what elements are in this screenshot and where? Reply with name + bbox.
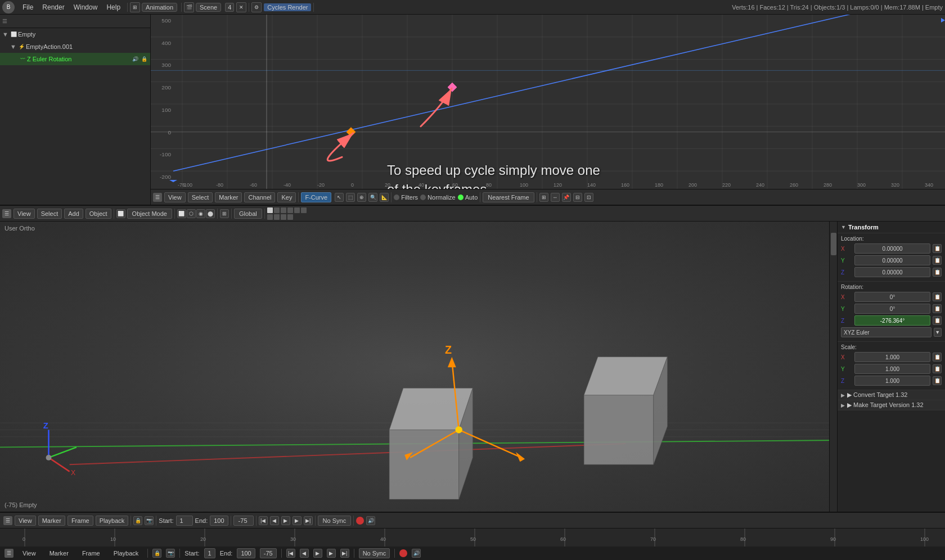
- status-prev-btn[interactable]: |◀: [286, 549, 295, 558]
- tl-play-btn[interactable]: ▶: [281, 516, 290, 525]
- fcurve-view-btn[interactable]: View: [164, 192, 186, 202]
- fcurve-move-icon[interactable]: ⊕: [357, 193, 366, 202]
- tl-start-field[interactable]: 1: [176, 516, 193, 526]
- vp-layer-5[interactable]: [294, 207, 300, 213]
- vp-layer-8[interactable]: [274, 214, 280, 220]
- vp-material-icon[interactable]: ⬤: [206, 209, 215, 218]
- menu-help[interactable]: Help: [102, 2, 125, 12]
- render-engine-dropdown[interactable]: Cycles Render: [264, 3, 311, 11]
- vp-layer-7[interactable]: [267, 214, 273, 220]
- vp-solid-icon[interactable]: ⬜: [177, 209, 186, 218]
- menu-window[interactable]: Window: [69, 2, 102, 12]
- status-lock-icon[interactable]: 🔒: [152, 549, 161, 558]
- channel-row-action[interactable]: ▼ ⚡ EmptyAction.001: [0, 40, 150, 53]
- rot-z-field[interactable]: -276.364°: [854, 315, 930, 326]
- fcurve-mode-dropdown[interactable]: F-Curve: [301, 192, 331, 202]
- status-fwd-btn[interactable]: ▶: [327, 549, 336, 558]
- tl-playback-btn[interactable]: Playback: [96, 516, 129, 526]
- fcurve-auto-label[interactable]: Auto: [465, 194, 478, 201]
- tl-prev-frame-btn[interactable]: ◀: [270, 516, 279, 525]
- fcurve-canvas-area[interactable]: 500 400 300 200 100 0 -100 -200 -75 -100…: [151, 15, 945, 189]
- rot-mode-expand[interactable]: ▼: [934, 328, 942, 337]
- vp-layer-6[interactable]: [301, 207, 307, 213]
- viewport-scrollbar-v[interactable]: [829, 222, 837, 512]
- scrollbar-thumb-v[interactable]: [831, 233, 836, 255]
- status-camera-icon[interactable]: 📷: [166, 549, 175, 558]
- loc-x-field[interactable]: 0.00000: [854, 243, 930, 254]
- tl-view-btn[interactable]: View: [15, 516, 36, 526]
- scale-z-field[interactable]: 1.000: [854, 376, 930, 386]
- fcurve-snap-dropdown[interactable]: Nearest Frame: [483, 192, 534, 202]
- vp-global-dropdown[interactable]: Global: [234, 209, 262, 219]
- vp-select-btn[interactable]: Select: [37, 209, 62, 219]
- tl-jump-start-btn[interactable]: |◀: [259, 516, 268, 525]
- loc-y-copy[interactable]: 📋: [933, 256, 942, 265]
- fcurve-sync-icon[interactable]: ↔: [551, 193, 560, 202]
- tl-next-frame-btn[interactable]: ▶: [292, 516, 302, 525]
- tl-jump-end-btn[interactable]: ▶|: [304, 516, 313, 525]
- tl-current-frame[interactable]: -75: [233, 516, 254, 526]
- tl-record-btn[interactable]: [356, 517, 364, 525]
- status-end-field[interactable]: 100: [237, 548, 255, 558]
- vp-context-icon[interactable]: ☰: [2, 209, 11, 218]
- fcurve-extra1-icon[interactable]: ⊟: [573, 193, 582, 202]
- channel-row-empty[interactable]: ▼ ⬜ Empty: [0, 28, 150, 40]
- status-marker-btn[interactable]: Marker: [45, 549, 73, 558]
- vp-view-btn[interactable]: View: [14, 209, 35, 219]
- vp-layer-icon[interactable]: ⊞: [220, 209, 229, 218]
- vp-add-btn[interactable]: Add: [64, 209, 83, 219]
- vp-mode-icon[interactable]: ⬜: [116, 209, 125, 218]
- scene-icon[interactable]: 🎬: [184, 2, 194, 12]
- scale-y-field[interactable]: 1.000: [854, 364, 930, 374]
- loc-z-field[interactable]: 0.00000: [854, 267, 930, 277]
- status-back-btn[interactable]: ◀: [300, 549, 309, 558]
- rot-y-field[interactable]: 0°: [854, 304, 930, 314]
- status-playback-btn[interactable]: Playback: [109, 549, 143, 558]
- status-play-btn[interactable]: ▶: [313, 549, 322, 558]
- status-frame-btn[interactable]: Frame: [78, 549, 105, 558]
- tl-audio-icon[interactable]: 🔊: [366, 516, 375, 525]
- scale-z-copy[interactable]: 📋: [933, 376, 942, 385]
- status-view-btn[interactable]: View: [18, 549, 40, 558]
- vp-layer-4[interactable]: [287, 207, 293, 213]
- fcurve-marker-btn[interactable]: Marker: [215, 192, 242, 202]
- fcurve-cursor-icon[interactable]: ↖: [335, 193, 344, 202]
- convert-target-btn[interactable]: ▶ Convert Target 1.32: [838, 390, 945, 400]
- scale-y-copy[interactable]: 📋: [933, 364, 942, 373]
- fcurve-normalize-dot[interactable]: [420, 195, 426, 200]
- status-current-frame[interactable]: -75: [260, 548, 277, 558]
- make-target-btn[interactable]: ▶ Make Target Version 1.32: [838, 400, 945, 410]
- loc-x-copy[interactable]: 📋: [933, 244, 942, 253]
- fcurve-zoom-icon[interactable]: 🔍: [368, 193, 377, 202]
- vp-wire-icon[interactable]: ⬡: [187, 209, 196, 218]
- rot-x-copy[interactable]: 📋: [933, 292, 942, 301]
- menu-render[interactable]: Render: [38, 2, 69, 12]
- vp-object-btn[interactable]: Object: [86, 209, 111, 219]
- status-context-icon[interactable]: ☰: [4, 549, 14, 558]
- rot-y-copy[interactable]: 📋: [933, 304, 942, 313]
- loc-y-field[interactable]: 0.00000: [854, 255, 930, 265]
- tl-context-icon[interactable]: ☰: [3, 516, 12, 525]
- channel-row-zrot[interactable]: 〰 Z Euler Rotation 🔊 🔒: [0, 53, 150, 65]
- tl-frame-btn[interactable]: Frame: [68, 516, 93, 526]
- fcurve-key-btn[interactable]: Key: [277, 192, 296, 202]
- tl-end-field[interactable]: 100: [210, 516, 228, 526]
- fcurve-normalize-label[interactable]: Normalize: [428, 194, 456, 201]
- scale-x-copy[interactable]: 📋: [933, 353, 942, 362]
- tl-sync-dropdown[interactable]: No Sync: [318, 516, 352, 526]
- tl-lock-icon[interactable]: 🔒: [133, 516, 142, 525]
- vp-layer-3[interactable]: [281, 207, 286, 213]
- tl-render-icon[interactable]: 📷: [145, 516, 154, 525]
- status-audio-btn[interactable]: 🔊: [412, 549, 421, 558]
- vp-mode-dropdown[interactable]: Object Mode: [127, 209, 172, 219]
- close-workspace-icon[interactable]: ✕: [236, 2, 246, 12]
- fcurve-filters-label[interactable]: Filters: [401, 194, 418, 201]
- loc-z-copy[interactable]: 📋: [933, 268, 942, 277]
- status-start-field[interactable]: 1: [204, 548, 215, 558]
- fcurve-extra2-icon[interactable]: ⊡: [584, 193, 593, 202]
- rot-z-copy[interactable]: 📋: [933, 316, 942, 325]
- workspace-icon[interactable]: ⊞: [130, 2, 140, 12]
- fcurve-filters-dot[interactable]: [394, 195, 399, 200]
- viewport-3d[interactable]: Z Z X User Ortho: [0, 222, 837, 512]
- frame-badge[interactable]: 4: [225, 3, 234, 12]
